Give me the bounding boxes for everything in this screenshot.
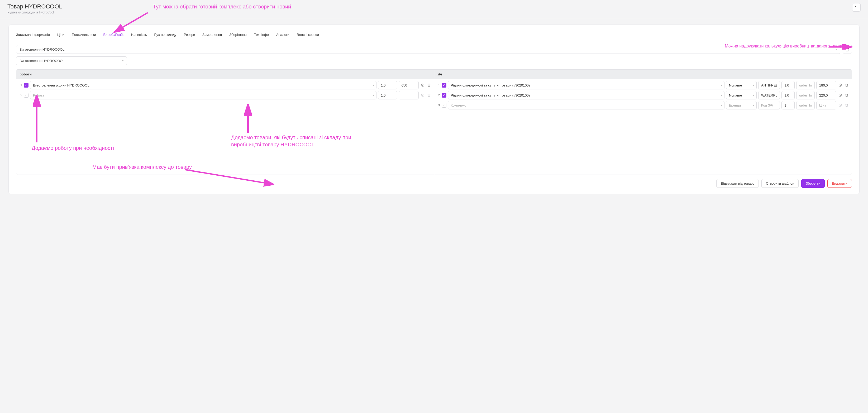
work-row: 2 ✓ Робота▾ bbox=[19, 91, 431, 99]
complex-select-value: Виготовлення HYDROCOOL bbox=[20, 47, 65, 52]
settings-icon[interactable] bbox=[420, 93, 425, 98]
part-qty-input[interactable] bbox=[781, 81, 795, 89]
print-calc-button[interactable] bbox=[843, 45, 852, 54]
delete-icon[interactable] bbox=[844, 93, 849, 98]
delete-icon[interactable] bbox=[427, 93, 431, 98]
row-checkbox[interactable]: ✓ bbox=[24, 93, 29, 98]
part-order-input[interactable] bbox=[796, 101, 815, 109]
work-price-input[interactable] bbox=[399, 81, 419, 89]
part-price-input[interactable] bbox=[816, 81, 836, 89]
row-index: 1 bbox=[19, 83, 22, 87]
work-name-select[interactable]: Робота▾ bbox=[30, 91, 376, 99]
part-order-input[interactable] bbox=[796, 91, 815, 99]
chevron-down-icon: ▾ bbox=[373, 94, 374, 97]
delete-button[interactable]: Видалити bbox=[827, 179, 852, 188]
tabs: Загальна інформація Ціни Постачальники В… bbox=[9, 30, 859, 41]
row-index: 3 bbox=[437, 103, 440, 107]
tab-production[interactable]: Вироб./Розб. bbox=[103, 31, 123, 40]
tab-tech-info[interactable]: Тех. інфо bbox=[254, 31, 269, 40]
unbind-button[interactable]: Відв'язати від товару bbox=[716, 179, 759, 188]
part-price-input[interactable] bbox=[816, 101, 836, 109]
work-name-select[interactable]: Виготовлення рідини HYDROCOOL▾ bbox=[30, 81, 376, 89]
work-qty-input[interactable] bbox=[378, 81, 397, 89]
chevron-down-icon: ▾ bbox=[373, 84, 374, 87]
row-index: 1 bbox=[437, 83, 440, 87]
chevron-down-icon: ▾ bbox=[721, 94, 722, 97]
settings-icon[interactable] bbox=[838, 83, 843, 88]
tab-availability[interactable]: Наявність bbox=[131, 31, 147, 40]
page-title: Товар HYDROCOOL bbox=[7, 3, 62, 10]
settings-icon[interactable] bbox=[420, 83, 425, 88]
part-brand-select[interactable]: Бренди▾ bbox=[726, 101, 757, 109]
complex-name-select[interactable]: Виготовлення HYDROCOOL ▾ bbox=[16, 57, 127, 65]
row-checkbox[interactable]: ✓ bbox=[442, 103, 446, 107]
header-action-button[interactable] bbox=[852, 3, 861, 11]
create-template-button[interactable]: Створити шаблон bbox=[762, 179, 799, 188]
main-card: Загальна інформація Ціни Постачальники В… bbox=[8, 25, 860, 194]
row-index: 2 bbox=[437, 93, 440, 97]
chevron-down-icon: ▾ bbox=[122, 59, 123, 62]
complex-select[interactable]: Виготовлення HYDROCOOL ▾ bbox=[16, 45, 840, 54]
delete-icon[interactable] bbox=[844, 83, 849, 88]
tab-general[interactable]: Загальна інформація bbox=[16, 31, 50, 40]
part-qty-input[interactable] bbox=[781, 91, 795, 99]
delete-icon[interactable] bbox=[427, 83, 431, 88]
tab-own-crosses[interactable]: Власні кросси bbox=[297, 31, 319, 40]
svg-point-1 bbox=[422, 85, 423, 86]
tab-orders[interactable]: Замовлення bbox=[203, 31, 222, 40]
svg-point-8 bbox=[839, 104, 842, 107]
part-price-input[interactable] bbox=[816, 91, 836, 99]
chevron-down-icon: ▾ bbox=[753, 94, 754, 97]
chevron-down-icon: ▾ bbox=[721, 104, 722, 107]
svg-point-2 bbox=[421, 94, 424, 97]
svg-point-5 bbox=[840, 85, 841, 86]
tab-reserve[interactable]: Резерв bbox=[184, 31, 195, 40]
chevron-down-icon: ▾ bbox=[753, 84, 754, 87]
settings-icon[interactable] bbox=[838, 93, 843, 98]
row-checkbox[interactable]: ✓ bbox=[442, 93, 446, 98]
document-icon bbox=[845, 47, 849, 52]
tab-storage[interactable]: Зберігання bbox=[229, 31, 247, 40]
tab-analogs[interactable]: Аналоги bbox=[276, 31, 289, 40]
chevron-down-icon: ▾ bbox=[721, 84, 722, 87]
grid: роботи 1 ✓ Виготовлення рідини HYDROCOOL… bbox=[16, 69, 852, 175]
work-price-input[interactable] bbox=[399, 91, 419, 99]
svg-point-4 bbox=[839, 84, 842, 87]
part-code-input[interactable] bbox=[758, 81, 780, 89]
tab-prices[interactable]: Ціни bbox=[57, 31, 64, 40]
page-header: Товар HYDROCOOL Рідина охолоджуюча Hydro… bbox=[0, 0, 868, 18]
svg-point-3 bbox=[422, 95, 423, 96]
part-complex-select[interactable]: Комплекс▾ bbox=[448, 101, 725, 109]
part-row: 3 ✓ Комплекс▾ Бренди▾ bbox=[437, 101, 849, 109]
svg-point-9 bbox=[840, 105, 841, 106]
part-brand-select[interactable]: Noname▾ bbox=[726, 91, 757, 99]
grid-left-header: роботи bbox=[17, 70, 434, 79]
part-complex-select[interactable]: Рідини охолоджуючі та супутні товари (#3… bbox=[448, 81, 725, 89]
work-row: 1 ✓ Виготовлення рідини HYDROCOOL▾ bbox=[19, 81, 431, 89]
part-row: 1 ✓ Рідини охолоджуючі та супутні товари… bbox=[437, 81, 849, 89]
part-code-input[interactable] bbox=[758, 101, 780, 109]
footer-buttons: Відв'язати від товару Створити шаблон Зб… bbox=[9, 175, 859, 188]
chevron-down-icon: ▾ bbox=[836, 48, 837, 51]
part-row: 2 ✓ Рідини охолоджуючі та супутні товари… bbox=[437, 91, 849, 99]
tab-suppliers[interactable]: Постачальники bbox=[72, 31, 96, 40]
part-qty-input[interactable] bbox=[781, 101, 795, 109]
row-checkbox[interactable]: ✓ bbox=[24, 83, 29, 88]
row-checkbox[interactable]: ✓ bbox=[442, 83, 446, 88]
grid-right-header: з/ч bbox=[434, 70, 852, 79]
part-brand-select[interactable]: Noname▾ bbox=[726, 81, 757, 89]
save-button[interactable]: Зберегти bbox=[801, 179, 825, 188]
tab-stock-flow[interactable]: Рух по складу bbox=[154, 31, 176, 40]
grid-right: з/ч 1 ✓ Рідини охолоджуючі та супутні то… bbox=[434, 70, 852, 174]
part-code-input[interactable] bbox=[758, 91, 780, 99]
delete-icon[interactable] bbox=[844, 103, 849, 107]
grid-left: роботи 1 ✓ Виготовлення рідини HYDROCOOL… bbox=[17, 70, 434, 174]
chevron-down-icon: ▾ bbox=[753, 104, 754, 107]
settings-icon[interactable] bbox=[838, 103, 843, 107]
part-complex-select[interactable]: Рідини охолоджуючі та супутні товари (#3… bbox=[448, 91, 725, 99]
part-order-input[interactable] bbox=[796, 81, 815, 89]
work-qty-input[interactable] bbox=[378, 91, 397, 99]
row-index: 2 bbox=[19, 93, 22, 97]
expand-icon bbox=[854, 5, 859, 9]
svg-point-7 bbox=[840, 95, 841, 96]
